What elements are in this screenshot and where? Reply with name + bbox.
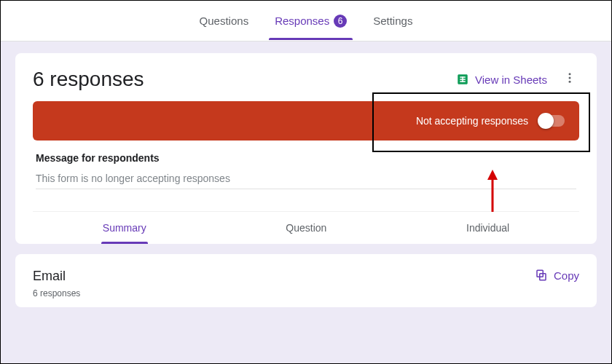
respondent-message-input[interactable]: This form is no longer accepting respons… [36,173,576,189]
more-options-button[interactable] [560,68,579,90]
responses-subtabs: Summary Question Individual [33,211,579,244]
tab-settings[interactable]: Settings [370,3,415,39]
view-in-sheets-label: View in Sheets [475,74,547,86]
respondent-message-block: Message for respondents This form is no … [33,141,579,204]
tab-questions[interactable]: Questions [197,3,252,39]
subtab-individual-label: Individual [466,222,509,234]
tab-responses[interactable]: Responses 6 [272,3,350,39]
subtab-question[interactable]: Question [281,212,331,244]
toggle-label: Not accepting responses [416,115,528,127]
copy-button[interactable]: Copy [535,269,579,282]
responses-card: 6 responses View in Sheets Not accepting… [15,53,597,244]
toggle-knob [538,113,554,129]
tab-responses-label: Responses [275,15,329,27]
form-tabs: Questions Responses 6 Settings [1,1,611,41]
sheets-icon [456,73,469,86]
svg-point-1 [569,77,571,79]
copy-label: Copy [554,269,579,282]
subtab-individual[interactable]: Individual [462,212,514,244]
tab-settings-label: Settings [373,15,412,27]
email-title: Email [33,269,80,284]
tab-questions-label: Questions [200,15,249,27]
responses-header: 6 responses View in Sheets [33,68,579,91]
svg-point-0 [569,73,571,75]
svg-point-2 [569,81,571,83]
copy-icon [535,269,548,282]
responses-count-badge: 6 [334,15,347,28]
accepting-responses-bar: Not accepting responses [33,101,579,141]
more-vert-icon [563,71,576,84]
email-header-row: Email 6 responses Copy [33,269,579,298]
email-subtitle: 6 responses [33,288,80,298]
email-card: Email 6 responses Copy [15,254,597,307]
subtab-summary[interactable]: Summary [98,212,151,244]
respondent-message-label: Message for respondents [36,152,576,164]
email-heading-block: Email 6 responses [33,269,80,298]
responses-title: 6 responses [33,68,144,91]
accepting-responses-toggle[interactable] [538,115,565,127]
responses-actions: View in Sheets [456,68,579,90]
view-in-sheets-button[interactable]: View in Sheets [456,73,547,86]
subtab-question-label: Question [286,222,326,234]
page-body: 6 responses View in Sheets Not accepting… [1,41,611,319]
subtab-summary-label: Summary [103,222,146,234]
